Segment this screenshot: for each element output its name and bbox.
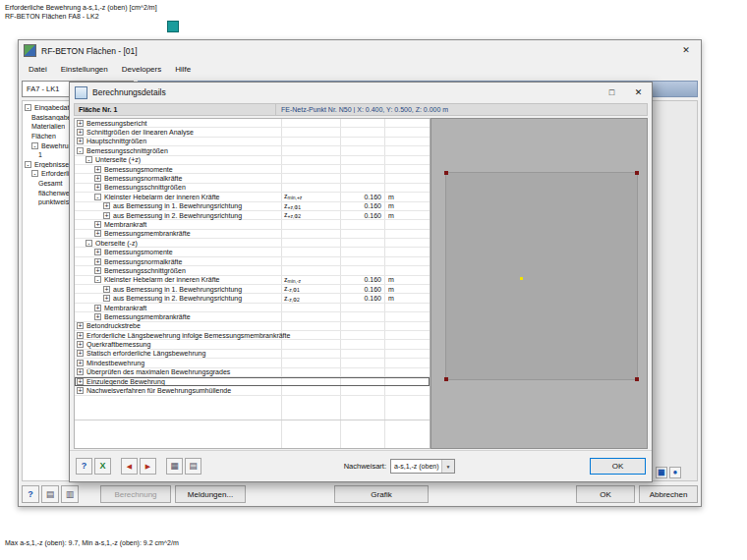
collapse-icon[interactable]: -: [86, 240, 92, 247]
dialog-titlebar[interactable]: Berechnungsdetails □ ✕: [70, 83, 652, 102]
expand-icon[interactable]: +: [103, 286, 110, 293]
detail-row[interactable]: +Hauptschnittgrößen: [75, 138, 430, 146]
expand-icon[interactable]: +: [77, 360, 84, 366]
expand-icon[interactable]: +: [77, 350, 84, 357]
nav-item[interactable]: Flächen: [23, 132, 75, 141]
nachweisart-selector[interactable]: a-s,1,-z (oben) ▼: [390, 459, 455, 474]
expand-icon[interactable]: +: [77, 120, 84, 127]
detail-row[interactable]: -Kleinster Hebelarm der inneren Kräftezm…: [75, 193, 430, 201]
grafik-button[interactable]: Grafik: [334, 485, 429, 503]
detail-row[interactable]: +Bemessungsmomente: [75, 165, 430, 174]
detail-row[interactable]: +Einzulegende Bewehrung: [75, 377, 430, 386]
collapse-icon[interactable]: -: [94, 194, 101, 200]
detail-row[interactable]: +Bemessungsmomente: [75, 248, 430, 256]
detail-row[interactable]: +Bemessungsnormalkräfte: [75, 257, 430, 266]
nav-item[interactable]: -Erforderliche: [23, 169, 75, 179]
collapse-icon[interactable]: -: [94, 276, 101, 283]
expand-icon[interactable]: +: [94, 249, 101, 255]
render-mode-button[interactable]: ●: [669, 467, 681, 478]
detail-row[interactable]: +Nachweisverfahren für Bewehrungsumhülle…: [75, 386, 430, 395]
nav-item[interactable]: Materialien: [23, 122, 75, 132]
expand-icon[interactable]: +: [94, 184, 101, 191]
help-button[interactable]: ?: [76, 458, 92, 475]
detail-row[interactable]: +Bemessungsbericht: [75, 119, 430, 128]
detail-row[interactable]: -Bemessungsschnittgrößen: [75, 146, 430, 155]
expand-icon[interactable]: +: [77, 368, 84, 375]
meldungen-button[interactable]: Meldungen...: [175, 485, 246, 503]
details-table[interactable]: +Bemessungsbericht+Schnittgrößen der lin…: [74, 118, 431, 449]
detail-row[interactable]: -Oberseite (-z): [75, 239, 430, 248]
menu-item-einstellungen[interactable]: Einstellungen: [54, 65, 115, 74]
panel-layout-button[interactable]: ▤: [41, 485, 59, 503]
expand-icon[interactable]: +: [94, 221, 101, 228]
nav-item[interactable]: -Ergebnisse: [23, 160, 75, 170]
detail-row[interactable]: +aus Bemessung in 1. Bewehrungsrichtungz…: [75, 285, 430, 294]
detail-row[interactable]: +Bemessungsmembrankräfte: [75, 230, 430, 239]
excel-export-button[interactable]: X: [94, 458, 111, 475]
expand-icon[interactable]: +: [77, 138, 84, 144]
detail-row[interactable]: +Betondruckstrebe: [75, 322, 430, 331]
detail-row[interactable]: +Bemessungsschnittgrößen: [75, 184, 430, 193]
berechnung-button[interactable]: Berechnung: [100, 485, 171, 503]
detail-row[interactable]: +Querkraftbemessung: [75, 340, 430, 349]
menu-item-datei[interactable]: Datei: [22, 65, 54, 74]
expand-icon[interactable]: +: [103, 202, 110, 209]
nav-item[interactable]: Basisangaben: [23, 113, 75, 123]
nav-item[interactable]: Gesamt: [23, 179, 75, 189]
detail-row[interactable]: -Unterseite (+z): [75, 156, 430, 165]
nav-tree[interactable]: -EingabedatenBasisangabenMaterialienFläc…: [22, 100, 76, 481]
expand-icon[interactable]: +: [77, 129, 84, 136]
collapse-icon[interactable]: -: [31, 170, 38, 177]
expand-icon[interactable]: +: [77, 378, 84, 385]
panel-toggle-button[interactable]: ▥: [61, 485, 79, 503]
collapse-icon[interactable]: -: [25, 161, 31, 168]
expand-icon[interactable]: +: [94, 258, 101, 265]
detail-row[interactable]: +Mindestbewehrung: [75, 359, 430, 367]
detail-row[interactable]: +Statisch erforderliche Längsbewehrung: [75, 350, 430, 359]
detail-row[interactable]: +aus Bemessung in 2. Bewehrungsrichtungz…: [75, 211, 430, 220]
collapse-icon[interactable]: -: [25, 104, 31, 111]
detail-row[interactable]: -Kleinster Hebelarm der inneren Kräftezm…: [75, 276, 430, 285]
expand-icon[interactable]: +: [103, 295, 110, 302]
next-point-button[interactable]: ▶: [140, 458, 156, 475]
detail-row[interactable]: +Membrankraft: [75, 304, 430, 312]
expand-icon[interactable]: +: [77, 341, 84, 348]
table-view-button[interactable]: ▦: [166, 458, 183, 475]
ok-button[interactable]: OK: [576, 485, 635, 503]
nav-item[interactable]: flächenweise: [23, 188, 75, 197]
collapse-icon[interactable]: -: [77, 147, 84, 154]
chevron-down-icon[interactable]: ▼: [441, 460, 454, 473]
expand-icon[interactable]: +: [103, 212, 110, 219]
expand-icon[interactable]: +: [94, 166, 101, 173]
previous-point-button[interactable]: ◀: [121, 458, 138, 475]
nav-item[interactable]: punktweise: [23, 197, 75, 207]
surface-preview[interactable]: [431, 118, 648, 449]
expand-icon[interactable]: +: [77, 387, 84, 394]
dialog-ok-button[interactable]: OK: [590, 458, 646, 475]
detail-row[interactable]: +Bemessungsnormalkräfte: [75, 174, 430, 183]
expand-icon[interactable]: +: [94, 305, 101, 311]
collapse-icon[interactable]: -: [31, 142, 38, 149]
detail-row[interactable]: +Bemessungsmembrankräfte: [75, 312, 430, 321]
expand-icon[interactable]: +: [94, 313, 101, 320]
nav-item[interactable]: -Bewehrung: [23, 140, 75, 150]
nav-item[interactable]: 1: [23, 150, 75, 160]
table-filter-button[interactable]: ▤: [185, 458, 201, 475]
menu-item-developers[interactable]: Developers: [115, 65, 168, 74]
maximize-button[interactable]: □: [599, 83, 625, 102]
menu-item-hilfe[interactable]: Hilfe: [168, 65, 198, 74]
panel-grid-button[interactable]: ▦: [656, 467, 667, 478]
expand-icon[interactable]: +: [94, 267, 101, 274]
expand-icon[interactable]: +: [94, 230, 101, 237]
detail-row[interactable]: +aus Bemessung in 1. Bewehrungsrichtungz…: [75, 202, 430, 211]
window-titlebar[interactable]: RF-BETON Flächen - [01] ✕: [19, 40, 701, 61]
detail-row[interactable]: +Membrankraft: [75, 220, 430, 229]
abbrechen-button[interactable]: Abbrechen: [639, 485, 698, 503]
expand-icon[interactable]: +: [94, 175, 101, 182]
detail-row[interactable]: +Bemessungsschnittgrößen: [75, 266, 430, 275]
expand-icon[interactable]: +: [77, 332, 84, 339]
detail-row[interactable]: +Schnittgrößen der linearen Analyse: [75, 128, 430, 137]
nav-item[interactable]: -Eingabedaten: [23, 103, 75, 113]
detail-row[interactable]: +aus Bemessung in 2. Bewehrungsrichtungz…: [75, 294, 430, 303]
detail-row[interactable]: +Überprüfen des maximalen Bewehrungsgrad…: [75, 368, 430, 377]
